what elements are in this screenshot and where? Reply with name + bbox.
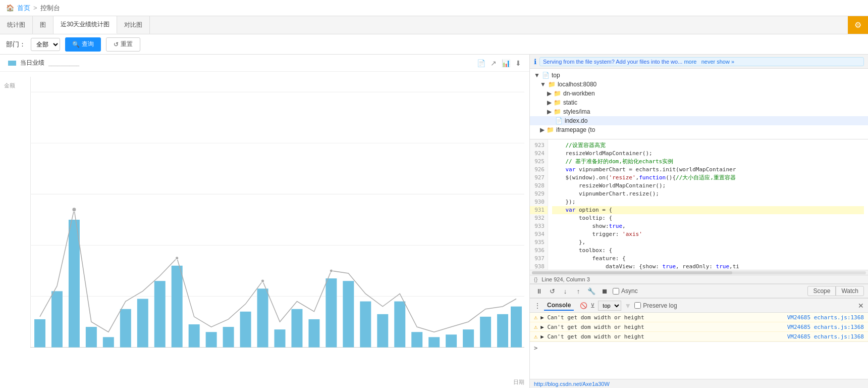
step-over-button[interactable]: ↺	[547, 286, 557, 296]
code-content[interactable]: //设置容器高宽 resizeWorldMapContainer(); // 基…	[548, 139, 868, 270]
chart-tool-data[interactable]: 📄	[477, 59, 485, 67]
refresh-icon: ↺	[114, 41, 119, 48]
svg-rect-36	[428, 337, 440, 347]
scope-watch-tabs: Scope Watch	[807, 286, 864, 296]
svg-rect-23	[206, 332, 217, 347]
status-line: Line 924, Column 3	[541, 276, 589, 282]
dept-select[interactable]: 全部	[31, 38, 60, 51]
tree-item-static[interactable]: ▶ 📁 static	[530, 98, 868, 107]
tree-item-styles[interactable]: ▶ 📁 styles/ima	[530, 107, 868, 116]
chevron-right-icon: ▶	[547, 90, 552, 97]
console-tab[interactable]: Console	[544, 301, 574, 311]
console-menu-icon[interactable]: ⋮	[534, 302, 541, 310]
bottom-url-text[interactable]: http://blog.csdn.net/Axe1a30W	[534, 381, 610, 387]
console-error-3[interactable]: ⚠ ▶ Can't get dom width or height VM2468…	[530, 332, 868, 342]
watch-tab[interactable]: Watch	[836, 286, 864, 296]
chart-tool-zoom[interactable]: ↗	[491, 59, 497, 67]
console-input-row: >	[530, 342, 868, 354]
chart-svg: 0 2000 4000 6000 8000 10000	[30, 77, 524, 373]
console-close-button[interactable]: ✕	[858, 302, 864, 310]
code-scrollbar[interactable]	[530, 270, 868, 275]
svg-rect-21	[172, 266, 183, 348]
query-button[interactable]: 🔍 查询	[65, 37, 101, 52]
folder-icon: 📁	[554, 108, 561, 115]
y-axis-label: 金额	[4, 82, 15, 89]
async-label: Async	[621, 287, 638, 295]
stop-button[interactable]: ⏹	[600, 286, 610, 296]
svg-rect-25	[240, 312, 251, 348]
console-link-2[interactable]: VM24685 echarts.js:1368	[787, 324, 864, 330]
svg-rect-35	[411, 332, 422, 347]
tree-item-localhost[interactable]: ▼ 📁 localhost:8080	[530, 80, 868, 89]
tree-item-iframepage[interactable]: ▶ 📁 iframepage (to	[530, 125, 868, 134]
devtools-panel: ℹ Serving from the file system? Add your…	[530, 55, 868, 388]
code-line-934: trigger: 'axis'	[552, 230, 864, 238]
line-numbers: 923 924 925 926 927 928 929 930 931 932 …	[530, 139, 548, 270]
tab-30day-chart[interactable]: 近30天业绩统计图	[53, 16, 117, 34]
tab-compare-chart[interactable]: 对比图	[117, 16, 150, 34]
chevron-right-icon: ▶	[540, 126, 545, 133]
async-checkbox[interactable]	[613, 288, 619, 295]
tab-statistics-chart[interactable]: 统计图	[0, 16, 33, 34]
tree-item-index[interactable]: 📄 index.do	[530, 116, 868, 125]
legend-color-box	[8, 61, 16, 66]
filter-icon[interactable]: ⊻	[590, 302, 595, 309]
legend-label: 当日业绩	[20, 59, 44, 67]
svg-point-45	[330, 269, 333, 272]
debugger-toolbar: ⏸ ↺ ↓ ↑ 🔧 ⏹ Async Scope Watch	[530, 284, 868, 298]
code-line-933: show:true,	[552, 222, 864, 230]
dept-label: 部门：	[6, 40, 26, 49]
svg-rect-39	[480, 317, 491, 348]
settings-button[interactable]: ⚙	[848, 16, 868, 34]
console-error-2[interactable]: ⚠ ▶ Can't get dom width or height VM2468…	[530, 322, 868, 332]
devtools-info-msg: Serving from the file system? Add your f…	[539, 57, 864, 66]
pause-button[interactable]: ⏸	[534, 286, 544, 296]
tree-item-top[interactable]: ▼ 📄 top	[530, 71, 868, 80]
preserve-log-checkbox[interactable]	[634, 302, 641, 309]
svg-point-44	[261, 279, 264, 282]
console-input[interactable]	[539, 345, 864, 352]
folder-icon: 📁	[547, 126, 554, 133]
curly-braces-icon: {}	[534, 276, 537, 282]
code-line-929: vipnumberChart.resize();	[552, 190, 864, 198]
chart-tool-save[interactable]: ⬇	[515, 59, 521, 67]
console-toolbar: ⋮ Console 🚫 ⊻ top ▼ Preserve log ✕	[530, 299, 868, 313]
scope-tab[interactable]: Scope	[807, 286, 836, 296]
top-nav: 🏠 首页 > 控制台	[0, 0, 868, 16]
svg-point-42	[72, 208, 76, 212]
folder-icon: 📁	[554, 99, 561, 106]
file-icon: 📄	[555, 117, 563, 124]
console-link-3[interactable]: VM24685 echarts.js:1368	[787, 333, 864, 340]
deactivate-button[interactable]: 🔧	[586, 286, 596, 296]
svg-rect-28	[291, 309, 302, 348]
top-dropdown[interactable]: top	[598, 301, 621, 311]
code-line-935: },	[552, 238, 864, 247]
step-into-button[interactable]: ↓	[560, 286, 570, 296]
legend-extra: __________	[48, 60, 79, 66]
dropdown-arrow: ▼	[624, 302, 631, 310]
step-out-button[interactable]: ↑	[573, 286, 583, 296]
tab-chart[interactable]: 图	[33, 16, 53, 34]
console-msg-1: ▶ Can't get dom width or height	[540, 314, 784, 321]
more-link[interactable]: more	[684, 59, 696, 65]
clear-icon[interactable]: 🚫	[580, 302, 587, 309]
code-line-927: $(window).on('resize',function(){//大小自适应…	[552, 174, 864, 182]
svg-rect-31	[343, 281, 354, 347]
home-link[interactable]: 首页	[17, 4, 30, 13]
console-error-1[interactable]: ⚠ ▶ Can't get dom width or height VM2468…	[530, 313, 868, 322]
tree-item-dnworkben[interactable]: ▶ 📁 dn-workben	[530, 89, 868, 98]
code-line-926: var vipnumberChart = echarts.init(worldM…	[552, 166, 864, 174]
chevron-down-icon: ▼	[540, 81, 546, 88]
svg-rect-14	[51, 291, 63, 347]
reset-button[interactable]: ↺ 重置	[106, 37, 140, 52]
code-line-930: });	[552, 198, 864, 206]
bottom-url-bar: http://blog.csdn.net/Axe1a30W	[530, 379, 868, 388]
folder-icon: 📁	[548, 81, 556, 88]
chart-tool-type[interactable]: 📊	[502, 59, 510, 67]
code-area: 923 924 925 926 927 928 929 930 931 932 …	[530, 139, 868, 270]
svg-rect-19	[137, 299, 148, 348]
console-msg-2: ▶ Can't get dom width or height	[540, 324, 784, 330]
svg-rect-37	[446, 334, 457, 347]
never-show-link[interactable]: never show »	[701, 59, 734, 65]
console-link-1[interactable]: VM24685 echarts.js:1368	[787, 314, 864, 321]
